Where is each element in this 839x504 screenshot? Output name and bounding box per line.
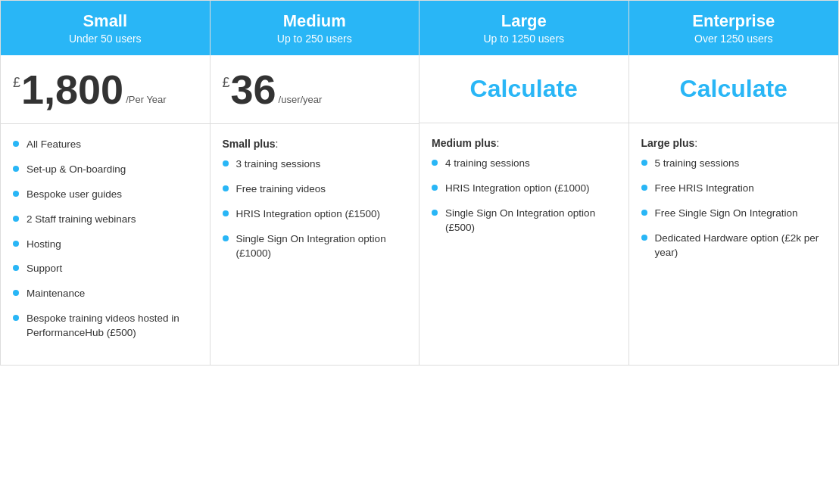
feature-item: Hosting — [13, 238, 198, 252]
bullet-icon — [13, 191, 19, 197]
feature-item: Set-up & On-boarding — [13, 163, 198, 177]
feature-item: Dedicated Hardware option (£2k per year) — [641, 232, 827, 260]
plan-header-enterprise: Enterprise Over 1250 users — [629, 1, 839, 55]
bullet-icon — [223, 185, 229, 191]
feature-list-large: 4 training sessionsHRIS Integration opti… — [432, 157, 616, 235]
bullet-icon — [13, 290, 19, 296]
feature-item: Free training videos — [223, 182, 407, 197]
price-calculate-enterprise[interactable]: Calculate — [641, 75, 827, 103]
bullet-icon — [223, 160, 229, 166]
feature-item: Single Sign On Integration option (£1000… — [223, 232, 407, 261]
bullet-icon — [13, 315, 19, 321]
price-amount-medium: 36 — [231, 69, 276, 110]
bullet-icon — [13, 216, 19, 222]
plan-price-enterprise[interactable]: Calculate — [629, 55, 839, 123]
price-currency-medium: £ — [223, 75, 230, 91]
plan-users-small: Under 50 users — [8, 33, 202, 45]
feature-text: Dedicated Hardware option (£2k per year) — [655, 232, 827, 260]
price-main-small: £ 1,800 /Per Year — [13, 69, 167, 110]
bullet-icon — [641, 235, 647, 241]
feature-item: 2 Staff training webinars — [13, 213, 198, 227]
plan-features-large: Medium plus:4 training sessionsHRIS Inte… — [420, 123, 628, 365]
bullet-icon — [13, 241, 19, 247]
feature-item: Single Sign On Integration option (£500) — [432, 207, 616, 235]
plan-col-large: Large Up to 1250 users CalculateMedium p… — [420, 1, 629, 365]
feature-text: All Features — [27, 138, 81, 152]
feature-item: Bespoke user guides — [13, 188, 198, 202]
feature-text: Bespoke user guides — [27, 188, 122, 202]
feature-item: Bespoke training videos hosted in Perfor… — [13, 312, 198, 341]
plan-users-enterprise: Over 1250 users — [637, 33, 831, 45]
feature-text: Free HRIS Integration — [655, 182, 754, 196]
plan-header-large: Large Up to 1250 users — [420, 1, 628, 55]
bullet-icon — [223, 235, 229, 241]
plan-header-medium: Medium Up to 250 users — [211, 1, 420, 55]
feature-item: Free Single Sign On Integration — [641, 207, 827, 221]
feature-text: HRIS Integration option (£1500) — [236, 207, 381, 222]
plan-price-large[interactable]: Calculate — [420, 55, 628, 123]
feature-item: 5 training sessions — [641, 157, 827, 171]
plan-col-enterprise: Enterprise Over 1250 users CalculateLarg… — [629, 1, 839, 365]
bullet-icon — [13, 265, 19, 271]
feature-text: Maintenance — [27, 287, 85, 301]
feature-item: Free HRIS Integration — [641, 182, 827, 196]
price-amount-small: 1,800 — [21, 69, 123, 110]
plan-users-medium: Up to 250 users — [218, 33, 412, 45]
plan-users-large: Up to 1250 users — [427, 33, 621, 45]
plan-features-enterprise: Large plus:5 training sessionsFree HRIS … — [629, 123, 839, 365]
price-currency-small: £ — [13, 75, 20, 91]
price-period-medium: /user/year — [279, 94, 323, 105]
plan-features-small: All FeaturesSet-up & On-boardingBespoke … — [1, 124, 210, 365]
bullet-icon — [432, 160, 438, 166]
bullet-icon — [641, 160, 647, 166]
price-period-small: /Per Year — [126, 94, 167, 105]
bullet-icon — [641, 210, 647, 216]
features-intro-large: Medium plus: — [432, 137, 616, 149]
feature-item: 3 training sessions — [223, 157, 407, 172]
feature-text: 4 training sessions — [445, 157, 530, 171]
price-calculate-large[interactable]: Calculate — [432, 75, 616, 103]
feature-text: 3 training sessions — [236, 157, 321, 172]
plan-header-small: Small Under 50 users — [1, 1, 210, 55]
feature-text: Free training videos — [236, 182, 326, 197]
feature-text: Single Sign On Integration option (£500) — [445, 207, 616, 235]
feature-text: 2 Staff training webinars — [27, 213, 136, 227]
feature-text: Set-up & On-boarding — [27, 163, 126, 177]
feature-text: Support — [27, 262, 62, 276]
bullet-icon — [13, 141, 19, 147]
feature-list-small: All FeaturesSet-up & On-boardingBespoke … — [13, 138, 198, 341]
feature-item: HRIS Integration option (£1000) — [432, 182, 616, 196]
plan-col-medium: Medium Up to 250 users £ 36 /user/year S… — [211, 1, 420, 365]
feature-item: All Features — [13, 138, 198, 152]
plan-name-enterprise: Enterprise — [637, 11, 831, 31]
plan-name-small: Small — [8, 11, 202, 31]
bullet-icon — [432, 185, 438, 191]
feature-item: 4 training sessions — [432, 157, 616, 171]
price-main-medium: £ 36 /user/year — [223, 69, 323, 110]
plan-features-medium: Small plus:3 training sessionsFree train… — [211, 124, 420, 365]
plan-name-large: Large — [427, 11, 621, 31]
feature-list-medium: 3 training sessionsFree training videosH… — [223, 157, 407, 260]
feature-text: Hosting — [27, 238, 61, 252]
plan-col-small: Small Under 50 users £ 1,800 /Per Year A… — [1, 1, 211, 365]
bullet-icon — [13, 166, 19, 172]
bullet-icon — [223, 210, 229, 216]
feature-text: Bespoke training videos hosted in Perfor… — [27, 312, 198, 341]
plan-name-medium: Medium — [218, 11, 412, 31]
bullet-icon — [641, 185, 647, 191]
features-intro-medium: Small plus: — [223, 138, 407, 150]
feature-text: Single Sign On Integration option (£1000… — [236, 232, 407, 261]
plan-price-small: £ 1,800 /Per Year — [1, 55, 210, 124]
feature-text: HRIS Integration option (£1000) — [445, 182, 590, 196]
pricing-table: Small Under 50 users £ 1,800 /Per Year A… — [0, 0, 839, 366]
feature-text: Free Single Sign On Integration — [655, 207, 798, 221]
plan-price-medium: £ 36 /user/year — [211, 55, 420, 124]
feature-item: Support — [13, 262, 198, 276]
feature-item: Maintenance — [13, 287, 198, 301]
bullet-icon — [432, 210, 438, 216]
feature-item: HRIS Integration option (£1500) — [223, 207, 407, 222]
features-intro-enterprise: Large plus: — [641, 137, 827, 149]
feature-text: 5 training sessions — [655, 157, 740, 171]
feature-list-enterprise: 5 training sessionsFree HRIS Integration… — [641, 157, 827, 260]
